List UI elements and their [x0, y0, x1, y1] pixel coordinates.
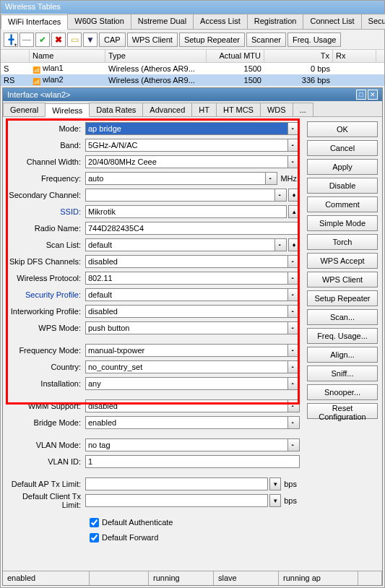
down-icon[interactable]: ▾ [269, 494, 281, 507]
chevron-down-icon[interactable]: ╸ [288, 155, 300, 168]
comment-button[interactable]: ▭ [67, 33, 82, 47]
wmm-field[interactable]: disabled [85, 399, 288, 412]
scan-button[interactable]: Scan... [307, 309, 378, 325]
col-rx[interactable]: Rx [333, 50, 376, 62]
toolbar: ╋ — ✔ ✖ ▭ ▼ CAP WPS Client Setup Repeate… [1, 30, 384, 50]
installation-field[interactable]: any [85, 377, 288, 390]
tab-connect-list[interactable]: Connect List [303, 14, 361, 29]
up-down-icon[interactable]: ♦ [288, 238, 300, 251]
filter-button[interactable]: ▼ [83, 33, 98, 47]
up-icon[interactable]: ▴ [288, 205, 300, 218]
setup-repeater-button[interactable]: Setup Repeater [179, 33, 245, 47]
sniff-button[interactable]: Sniff... [307, 366, 378, 381]
cancel-button[interactable]: Cancel [307, 140, 378, 156]
country-field[interactable]: no_country_set [85, 360, 288, 373]
tab-w60g[interactable]: W60G Station [67, 14, 131, 29]
frequency-field[interactable]: auto [85, 172, 266, 185]
close-icon[interactable]: ✕ [368, 90, 378, 100]
tab-htmcs[interactable]: HT MCS [216, 103, 261, 116]
align-button[interactable]: Align... [307, 347, 378, 363]
table-row[interactable]: S wlan1 Wireless (Atheros AR9... 1500 0 … [1, 63, 384, 74]
wps-client-button[interactable]: WPS Client [127, 33, 178, 47]
col-mtu[interactable]: Actual MTU [207, 50, 264, 62]
snooper-button[interactable]: Snooper... [307, 384, 378, 400]
radio-name-field[interactable]: 744D282435C4 [85, 222, 300, 235]
side-disable-button[interactable]: Disable [307, 178, 378, 194]
default-client-tx-field[interactable] [85, 494, 268, 507]
freq-usage-button[interactable]: Freq. Usage [287, 33, 342, 47]
col-type[interactable]: Type [105, 50, 207, 62]
secondary-channel-field[interactable] [85, 189, 275, 202]
wps-accept-button[interactable]: WPS Accept [307, 253, 378, 269]
mode-field[interactable]: ap bridge [85, 122, 288, 135]
cap-button[interactable]: CAP [99, 33, 126, 47]
tab-wifi-interfaces[interactable]: WiFi Interfaces [1, 14, 68, 30]
add-button[interactable]: ╋ [4, 33, 18, 47]
band-field[interactable]: 5GHz-A/N/AC [85, 139, 288, 152]
tab-registration[interactable]: Registration [247, 14, 304, 29]
col-name[interactable]: Name [30, 50, 105, 62]
chevron-down-icon[interactable]: ╸ [288, 288, 300, 301]
default-ap-tx-field[interactable] [85, 477, 268, 490]
channel-width-field[interactable]: 20/40/80MHz Ceee [85, 155, 288, 168]
default-forward-checkbox[interactable] [90, 533, 99, 542]
chevron-down-icon[interactable]: ╸ [288, 305, 300, 318]
default-auth-checkbox[interactable] [90, 518, 99, 527]
tab-nstreme[interactable]: Nstreme Dual [131, 14, 194, 29]
tab-data-rates[interactable]: Data Rates [89, 103, 143, 116]
chevron-down-icon[interactable]: ╸ [288, 416, 300, 429]
tab-advanced[interactable]: Advanced [142, 103, 192, 116]
side-setup-repeater-button[interactable]: Setup Repeater [307, 290, 378, 306]
side-comment-button[interactable]: Comment [307, 196, 378, 212]
interworking-field[interactable]: disabled [85, 305, 288, 318]
chevron-down-icon[interactable]: ╸ [288, 321, 300, 334]
chevron-down-icon[interactable]: ╸ [266, 172, 277, 185]
simple-mode-button[interactable]: Simple Mode [307, 215, 378, 231]
wifi-icon [33, 65, 41, 74]
chevron-down-icon[interactable]: ╸ [275, 189, 287, 202]
side-freq-usage-button[interactable]: Freq. Usage... [307, 328, 378, 344]
scanner-button[interactable]: Scanner [246, 33, 286, 47]
tab-access-list[interactable]: Access List [193, 14, 248, 29]
chevron-down-icon[interactable]: ╸ [288, 438, 300, 451]
disable-button[interactable]: ✖ [51, 33, 66, 47]
chevron-down-icon[interactable]: ╸ [288, 255, 300, 268]
vlan-mode-field[interactable]: no tag [85, 438, 288, 451]
bridge-mode-field[interactable]: enabled [85, 416, 288, 429]
side-wps-client-button[interactable]: WPS Client [307, 272, 378, 287]
security-profile-field[interactable]: default [85, 288, 288, 301]
frequency-mode-field[interactable]: manual-txpower [85, 344, 288, 357]
tab-general[interactable]: General [3, 103, 46, 116]
torch-button[interactable]: Torch [307, 234, 378, 250]
col-tx[interactable]: Tx [264, 50, 333, 62]
tab-more[interactable]: ... [293, 103, 313, 116]
chevron-down-icon[interactable]: ╸ [275, 238, 287, 251]
wifi-icon [33, 77, 41, 85]
ok-button[interactable]: OK [307, 121, 378, 137]
window-box-icon[interactable]: □ [356, 90, 366, 100]
vlan-id-field[interactable]: 1 [85, 455, 300, 468]
up-down-icon[interactable]: ♦ [288, 189, 300, 202]
table-row[interactable]: RS wlan2 Wireless (Atheros AR9... 1500 3… [1, 74, 384, 86]
chevron-down-icon[interactable]: ╸ [288, 122, 300, 135]
chevron-down-icon[interactable]: ╸ [288, 272, 300, 285]
apply-button[interactable]: Apply [307, 159, 378, 175]
scan-list-field[interactable]: default [85, 238, 275, 251]
chevron-down-icon[interactable]: ╸ [288, 399, 300, 412]
remove-button[interactable]: — [20, 33, 34, 47]
enable-button[interactable]: ✔ [35, 33, 50, 47]
tab-ht[interactable]: HT [191, 103, 217, 116]
chevron-down-icon[interactable]: ╸ [288, 139, 300, 152]
chevron-down-icon[interactable]: ╸ [288, 344, 300, 357]
chevron-down-icon[interactable]: ╸ [288, 360, 300, 373]
reset-config-button[interactable]: Reset Configuration [307, 403, 378, 419]
ssid-field[interactable]: Mikrotik [85, 205, 287, 218]
tab-wds[interactable]: WDS [260, 103, 293, 116]
wps-mode-field[interactable]: push button [85, 321, 288, 334]
chevron-down-icon[interactable]: ╸ [288, 377, 300, 390]
wireless-protocol-field[interactable]: 802.11 [85, 272, 288, 285]
skip-dfs-field[interactable]: disabled [85, 255, 288, 268]
down-icon[interactable]: ▾ [269, 477, 281, 490]
tab-security-profile[interactable]: Security Profile [361, 14, 385, 29]
tab-wireless[interactable]: Wireless [45, 103, 90, 117]
